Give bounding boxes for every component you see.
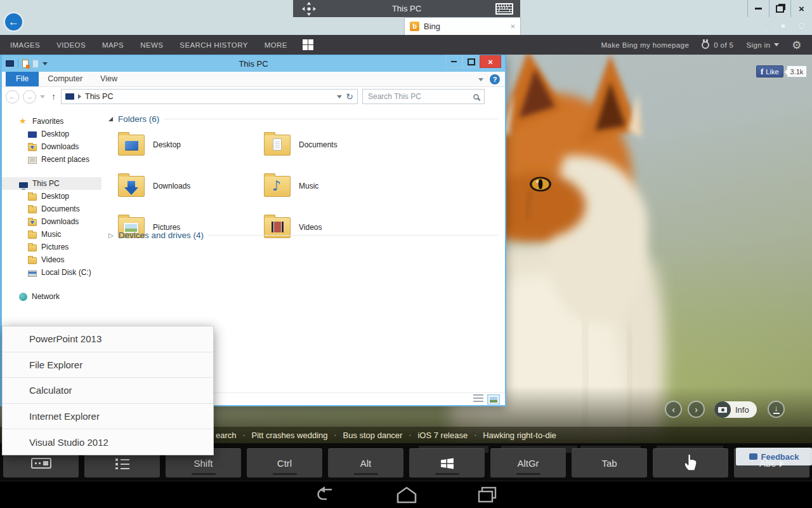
ctrl-key[interactable]: Ctrl [247, 448, 322, 478]
sidebar-item-favorites[interactable]: Favorites [2, 115, 102, 128]
tab-close-icon[interactable]: × [510, 22, 515, 31]
ribbon-tab-file[interactable]: File [6, 72, 39, 86]
ticker-item[interactable]: Bus stop dancer [343, 431, 402, 440]
bing-settings-gear-icon[interactable]: ⚙ [792, 39, 802, 51]
folder-tile-documents[interactable]: Documents [264, 129, 410, 161]
folder-icon [264, 135, 291, 156]
explorer-search-input[interactable] [368, 92, 473, 101]
altgr-key[interactable]: AltGr [490, 448, 566, 478]
sidebar-item-videos[interactable]: Videos [2, 253, 102, 266]
ticker-item[interactable]: earch [216, 431, 237, 440]
details-view-icon[interactable] [473, 394, 483, 403]
restore-button[interactable] [769, 0, 790, 17]
expand-group-icon: ▷ [108, 232, 114, 239]
desktop-icon [125, 141, 138, 150]
tab-key[interactable]: Tab [572, 448, 647, 478]
sidebar-item-desktop[interactable]: Desktop [2, 128, 102, 140]
windows-logo-icon [440, 456, 455, 471]
folder-icon [28, 232, 37, 239]
ribbon-tab-view[interactable]: View [91, 72, 126, 86]
devices-group-header[interactable]: ▷ Devices and drives (4) [108, 231, 505, 240]
browser-tab-bing[interactable]: b Bing × [404, 17, 521, 35]
feedback-button[interactable]: Feedback [736, 448, 812, 465]
alt-key[interactable]: Alt [328, 448, 403, 478]
screen: f Like 3.1k ‹ › Info ↓ earch · Pitt cras… [0, 0, 812, 508]
app-window-controls: × [747, 0, 812, 17]
ribbon-tab-computer[interactable]: Computer [39, 72, 91, 86]
address-dropdown-icon[interactable] [337, 95, 342, 98]
folder-icon [28, 206, 37, 213]
image-info-button[interactable]: Info [714, 401, 757, 418]
ticker-item[interactable]: Hawking right-to-die [483, 431, 556, 440]
music-note-icon: ♪ [272, 178, 281, 194]
nav-more[interactable]: MORE [265, 41, 287, 49]
menu-item-internet-explorer[interactable]: Internet Explorer [3, 404, 213, 430]
favorites-star-icon[interactable]: ★ [778, 20, 787, 32]
previous-image-button[interactable]: ‹ [665, 401, 682, 418]
sidebar-item-documents[interactable]: Documents [2, 203, 102, 215]
nav-images[interactable]: IMAGES [10, 41, 40, 49]
explorer-titlebar[interactable]: This PC × [2, 55, 505, 72]
recent-places-icon [28, 157, 37, 164]
signin-button[interactable]: Sign in [746, 41, 779, 49]
sidebar-item-local-disk[interactable]: Local Disk (C:) [2, 266, 102, 279]
browser-back-button[interactable]: ← [4, 12, 23, 32]
next-image-button[interactable]: › [688, 401, 705, 418]
explorer-minimize-button[interactable] [445, 55, 462, 68]
explorer-search-box[interactable] [362, 89, 485, 104]
sidebar-item-this-pc[interactable]: This PC [2, 177, 102, 190]
settings-gear-icon[interactable]: ⚙ [797, 20, 806, 32]
menu-item-file-explorer[interactable]: File Explorer [3, 352, 213, 378]
nav-search-history[interactable]: SEARCH HISTORY [180, 41, 247, 49]
up-one-level-button[interactable]: ↑ [51, 91, 56, 102]
history-dropdown-icon[interactable] [40, 95, 45, 98]
facebook-icon: f [761, 67, 763, 77]
home-icon[interactable]: ⌂ [764, 20, 770, 32]
explorer-back-button[interactable]: ← [6, 90, 19, 104]
keyboard-icon[interactable] [495, 3, 514, 15]
sidebar-item-network[interactable]: Network [2, 290, 102, 303]
explorer-forward-button[interactable]: → [23, 90, 36, 104]
rewards-medal-icon [702, 41, 709, 49]
folders-group-header[interactable]: Folders (6) [108, 114, 505, 124]
explorer-window-title: This PC [2, 59, 505, 69]
pan-icon[interactable] [301, 1, 317, 17]
rewards-widget[interactable]: 0 of 5 [702, 41, 733, 49]
expand-ribbon-icon[interactable] [478, 78, 483, 81]
remote-session-title: This PC [293, 4, 520, 13]
minimize-button[interactable] [747, 0, 769, 17]
nav-news[interactable]: NEWS [140, 41, 163, 49]
android-home-button[interactable] [396, 486, 417, 504]
ticker-item[interactable]: Pitt crashes wedding [252, 431, 328, 440]
folder-tile-desktop[interactable]: Desktop [118, 129, 264, 161]
explorer-refresh-icon[interactable]: ↻ [346, 91, 353, 102]
menu-item-powerpoint[interactable]: PowerPoint 2013 [3, 326, 213, 352]
tiles-icon[interactable] [303, 39, 313, 50]
help-icon[interactable]: ? [490, 74, 500, 84]
android-recents-button[interactable] [477, 486, 497, 504]
windows-key[interactable] [409, 448, 485, 478]
close-button[interactable]: × [790, 0, 812, 17]
folder-tile-music[interactable]: ♪ Music [264, 170, 410, 202]
sidebar-item-desktop[interactable]: Desktop [2, 190, 102, 203]
menu-item-calculator[interactable]: Calculator [3, 378, 213, 404]
sidebar-item-pictures[interactable]: Pictures [2, 241, 102, 253]
nav-videos[interactable]: VIDEOS [56, 41, 86, 49]
download-image-button[interactable]: ↓ [768, 401, 785, 418]
explorer-toolbar: ← → ↑ This PC ↻ [2, 87, 505, 106]
make-homepage-link[interactable]: Make Bing my homepage [601, 41, 689, 49]
sidebar-item-downloads[interactable]: Downloads [2, 140, 102, 153]
android-back-button[interactable] [315, 486, 336, 504]
explorer-close-button[interactable]: × [480, 55, 501, 68]
sidebar-item-music[interactable]: Music [2, 228, 102, 241]
folder-tile-downloads[interactable]: Downloads [118, 170, 264, 202]
explorer-maximize-button[interactable] [462, 55, 480, 68]
thumbnail-view-icon[interactable] [487, 394, 500, 404]
facebook-like-button[interactable]: f Like [756, 65, 783, 77]
nav-maps[interactable]: MAPS [102, 41, 124, 49]
sidebar-item-recent-places[interactable]: Recent places [2, 153, 102, 166]
menu-item-visual-studio[interactable]: Visual Studio 2012 [3, 429, 213, 455]
ticker-item[interactable]: iOS 7 release [417, 431, 468, 440]
breadcrumb[interactable]: This PC ↻ [61, 89, 358, 104]
sidebar-item-downloads[interactable]: Downloads [2, 215, 102, 228]
